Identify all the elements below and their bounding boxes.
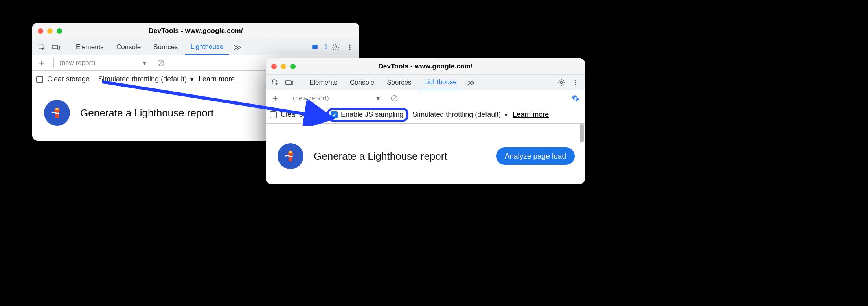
tab-sources[interactable]: Sources xyxy=(381,75,417,90)
throttling-select[interactable]: Simulated throttling (default) ▼ xyxy=(412,111,509,119)
lighthouse-logo-icon xyxy=(44,100,70,126)
svg-rect-3 xyxy=(312,45,318,49)
enable-js-sampling-label: Enable JS sampling xyxy=(341,111,403,119)
tab-lighthouse[interactable]: Lighthouse xyxy=(419,75,462,90)
clear-icon[interactable] xyxy=(154,57,167,69)
device-toggle-icon[interactable] xyxy=(283,76,296,89)
tab-console[interactable]: Console xyxy=(344,75,380,90)
tab-elements[interactable]: Elements xyxy=(304,75,343,90)
new-report-plus-icon[interactable]: ＋ xyxy=(35,57,48,69)
svg-rect-13 xyxy=(55,108,58,110)
svg-point-20 xyxy=(575,84,576,85)
issues-icon[interactable] xyxy=(309,41,321,53)
settings-gear-icon[interactable] xyxy=(555,76,568,89)
scrollbar-thumb[interactable] xyxy=(580,124,584,142)
lighthouse-headline: Generate a Lighthouse report xyxy=(314,150,447,162)
lighthouse-logo-icon xyxy=(278,143,303,169)
clear-storage-checkbox[interactable] xyxy=(270,111,277,118)
lighthouse-body: Generate a Lighthouse report Analyze pag… xyxy=(266,124,585,184)
tabs-overflow-icon[interactable]: ≫ xyxy=(464,78,478,87)
clear-storage-label: Clear storage xyxy=(281,111,323,119)
learn-more-link[interactable]: Learn more xyxy=(513,111,549,119)
tab-sources[interactable]: Sources xyxy=(148,39,183,55)
inspect-icon[interactable] xyxy=(35,41,48,53)
report-select[interactable]: (new report) xyxy=(59,59,96,67)
lighthouse-options-bar: Clear storage Enable JS sampling Simulat… xyxy=(266,106,585,124)
svg-point-17 xyxy=(561,81,563,83)
svg-point-19 xyxy=(575,82,576,83)
report-select-caret-icon[interactable]: ▼ xyxy=(142,60,147,66)
inspect-icon[interactable] xyxy=(269,76,281,89)
device-toggle-icon[interactable] xyxy=(50,41,62,53)
analyze-button[interactable]: Analyze page load xyxy=(496,147,575,165)
tab-elements[interactable]: Elements xyxy=(70,39,109,55)
svg-rect-2 xyxy=(58,46,59,49)
report-select[interactable]: (new report) xyxy=(293,94,329,102)
svg-rect-4 xyxy=(313,46,315,46)
titlebar: DevTools - www.google.com/ xyxy=(32,23,359,39)
window-title: DevTools - www.google.com/ xyxy=(32,27,359,35)
svg-rect-25 xyxy=(289,151,292,153)
titlebar: DevTools - www.google.com/ xyxy=(266,58,585,75)
throttling-value: Simulated throttling (default) xyxy=(98,75,187,83)
devtools-tabbar: Elements Console Sources Lighthouse ≫ xyxy=(266,75,585,90)
svg-point-8 xyxy=(349,48,350,50)
svg-point-6 xyxy=(349,44,350,46)
clear-storage-label: Clear storage xyxy=(47,75,90,83)
throttling-value: Simulated throttling (default) xyxy=(412,111,501,119)
divider xyxy=(287,93,287,103)
svg-point-18 xyxy=(575,80,576,81)
settings-gear-icon[interactable] xyxy=(329,41,342,53)
clear-storage-checkbox[interactable] xyxy=(36,76,43,83)
learn-more-link[interactable]: Learn more xyxy=(199,75,235,83)
lighthouse-subbar: ＋ (new report) ▼ xyxy=(266,90,585,106)
svg-line-22 xyxy=(392,96,396,100)
svg-rect-16 xyxy=(291,81,293,85)
lighthouse-headline: Generate a Lighthouse report xyxy=(80,107,214,119)
svg-rect-1 xyxy=(52,45,57,49)
new-report-plus-icon[interactable]: ＋ xyxy=(269,92,281,105)
devtools-window-after: DevTools - www.google.com/ Elements Cons… xyxy=(266,58,585,184)
divider xyxy=(66,42,66,52)
enable-js-sampling-checkbox[interactable] xyxy=(331,111,338,118)
svg-rect-15 xyxy=(286,81,291,84)
divider xyxy=(300,77,300,88)
kebab-menu-icon[interactable] xyxy=(344,41,356,53)
svg-point-7 xyxy=(349,46,350,48)
tabs-overflow-icon[interactable]: ≫ xyxy=(230,42,245,52)
kebab-menu-icon[interactable] xyxy=(569,76,582,89)
tab-lighthouse[interactable]: Lighthouse xyxy=(185,40,229,55)
window-title: DevTools - www.google.com/ xyxy=(266,63,585,70)
devtools-tabbar: Elements Console Sources Lighthouse ≫ 1 xyxy=(32,39,359,55)
chevron-down-icon: ▼ xyxy=(189,76,195,83)
svg-line-10 xyxy=(159,61,163,65)
issues-count: 1 xyxy=(324,43,328,51)
chevron-down-icon: ▼ xyxy=(503,112,509,118)
lighthouse-settings-gear-icon[interactable] xyxy=(569,92,582,105)
svg-point-5 xyxy=(335,46,337,48)
report-select-caret-icon[interactable]: ▼ xyxy=(375,95,381,101)
tab-console[interactable]: Console xyxy=(111,39,146,55)
clear-icon[interactable] xyxy=(388,92,401,105)
enable-js-sampling-highlight: Enable JS sampling xyxy=(327,108,408,122)
divider xyxy=(53,58,54,68)
throttling-select[interactable]: Simulated throttling (default) ▼ xyxy=(98,75,195,83)
